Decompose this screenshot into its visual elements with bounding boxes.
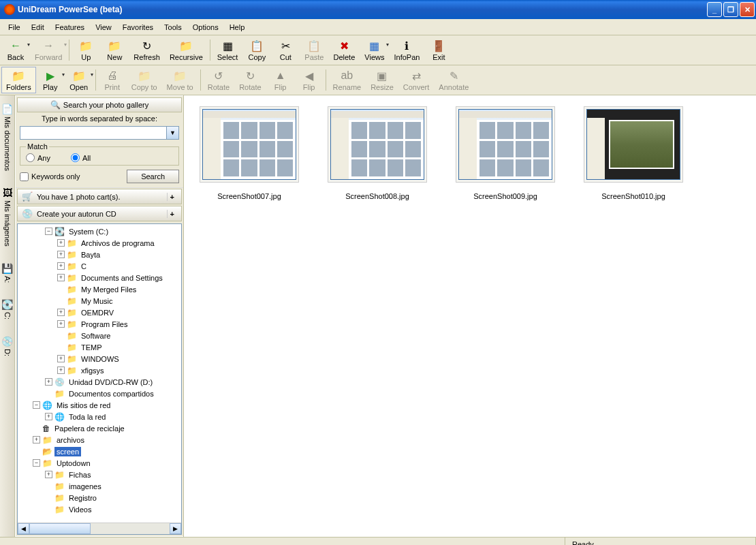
folder-icon: 📁 <box>67 296 77 306</box>
delete-button[interactable]: ✖Delete <box>329 37 360 63</box>
copy-button[interactable]: 📋Copy <box>242 37 271 63</box>
tree-expander[interactable]: + <box>57 355 65 362</box>
tree-node[interactable]: 📁TEMP <box>19 341 180 353</box>
toolbar-label: Rename <box>333 83 362 91</box>
scroll-thumb[interactable] <box>29 523 91 534</box>
tree-expander[interactable]: − <box>33 459 40 467</box>
tree-node[interactable]: +🌐Toda la red <box>19 411 180 422</box>
tree-node[interactable]: +📁archivos <box>19 434 180 446</box>
radio-all[interactable]: All <box>71 153 91 162</box>
tree-node[interactable]: −🌐Mis sitios de red <box>19 399 180 411</box>
tree-node[interactable]: +📁C <box>19 260 180 272</box>
tree-node[interactable]: +📁OEMDRV <box>19 307 180 318</box>
cd-expand-button[interactable]: + <box>167 210 177 218</box>
tree-label: My Merged Files <box>79 285 138 294</box>
tree-expander[interactable]: + <box>57 274 65 281</box>
tree-node[interactable]: +📁Fichas <box>19 469 180 480</box>
close-button[interactable]: ✕ <box>740 2 755 17</box>
tree-node[interactable]: −💽System (C:) <box>19 225 180 237</box>
tree-expander[interactable]: + <box>45 378 52 386</box>
menu-file[interactable]: File <box>3 21 26 33</box>
recursive-button[interactable]: 📁Recursive <box>165 37 208 63</box>
vbar-c-[interactable]: 💽C: <box>0 296 14 322</box>
play-button[interactable]: ▶Play▾ <box>36 67 65 93</box>
tree-node[interactable]: −📁Uptodown <box>19 457 180 469</box>
tree-node[interactable]: 📁Software <box>19 330 180 341</box>
open-button[interactable]: 📁Open▾ <box>65 67 93 93</box>
tree-node[interactable]: +📁Archivos de programa <box>19 237 180 249</box>
radio-any[interactable]: Any <box>26 153 50 162</box>
back-button[interactable]: ←Back▾ <box>1 37 30 63</box>
vbar-mis-im-genes[interactable]: 🖼Mis imágenes <box>1 185 14 249</box>
maximize-button[interactable]: ❐ <box>723 2 738 17</box>
scroll-left-button[interactable]: ◀ <box>18 523 29 534</box>
cart-expand-button[interactable]: + <box>167 193 177 201</box>
flip-button: ▲Flip <box>266 67 295 93</box>
tree-node[interactable]: 📁imagenes <box>19 480 180 492</box>
tree-expander[interactable]: + <box>57 309 65 316</box>
tree-expander[interactable]: + <box>57 320 65 328</box>
thumbnail-item[interactable]: ScreenShot008.jpg <box>323 106 432 200</box>
menu-favorites[interactable]: Favorites <box>117 21 159 33</box>
menu-help[interactable]: Help <box>224 21 251 33</box>
select-button[interactable]: ▦Select <box>212 37 243 63</box>
tree-expander[interactable]: + <box>57 262 65 270</box>
menu-tools[interactable]: Tools <box>159 21 187 33</box>
tree-node[interactable]: 🗑Papelera de reciclaje <box>19 422 180 434</box>
folder-icon: 📁 <box>67 308 77 317</box>
tree-node[interactable]: +📁xfigsys <box>19 364 180 376</box>
menu-features[interactable]: Features <box>50 21 90 33</box>
tree-expander[interactable]: − <box>45 228 52 235</box>
tree-node[interactable]: 📁Videos <box>19 503 180 515</box>
folder-icon: 📁 <box>67 366 77 375</box>
vbar-mis-documentos[interactable]: 📄Mis documentos <box>0 101 14 174</box>
thumbnail-item[interactable]: ScreenShot007.jpg <box>195 106 304 200</box>
search-dropdown-button[interactable]: ▼ <box>167 126 179 140</box>
menu-options[interactable]: Options <box>187 21 224 33</box>
exit-button[interactable]: 🚪Exit <box>424 37 453 63</box>
tree-node[interactable]: +📁Documents and Settings <box>19 272 180 283</box>
vbar-d-[interactable]: 💿D: <box>0 333 14 359</box>
infopan-button[interactable]: ℹInfoPan <box>389 37 424 63</box>
match-fieldset: Match Any All <box>20 142 179 166</box>
tree-node[interactable]: +💿Unidad DVD/CD-RW (D:) <box>19 376 180 388</box>
tree-expander[interactable]: + <box>45 413 52 420</box>
toolbar-label: Convert <box>403 83 430 91</box>
vbar-a-[interactable]: 💾A: <box>0 260 14 285</box>
cut-button[interactable]: ✂Cut <box>271 37 300 63</box>
tree-node[interactable]: 📁Registro <box>19 492 180 503</box>
scroll-right-button[interactable]: ▶ <box>170 523 181 534</box>
menu-edit[interactable]: Edit <box>26 21 50 33</box>
refresh-button[interactable]: ↻Refresh <box>129 37 165 63</box>
photo-cart-banner[interactable]: 🛒 You have 1 photo cart(s). + <box>17 189 182 204</box>
tree-node[interactable]: 📁Documentos compartidos <box>19 388 180 399</box>
menu-view[interactable]: View <box>90 21 117 33</box>
thumbnail-item[interactable]: ScreenShot009.jpg <box>451 106 560 200</box>
new-button[interactable]: 📁New <box>100 37 129 63</box>
tree-node[interactable]: +📁Program Files <box>19 318 180 330</box>
tree-expander[interactable]: + <box>57 251 65 258</box>
tree-expander[interactable]: + <box>57 367 65 374</box>
tree-hscrollbar[interactable]: ◀ ▶ <box>18 523 181 534</box>
tree-expander[interactable]: + <box>45 471 52 478</box>
tree-expander[interactable]: + <box>57 239 65 247</box>
thumbnail-item[interactable]: ScreenShot010.jpg <box>579 106 688 200</box>
views-button[interactable]: ▦Views▾ <box>360 37 389 63</box>
search-button[interactable]: Search <box>127 170 179 183</box>
scroll-track[interactable] <box>29 523 170 534</box>
search-input[interactable] <box>20 126 167 140</box>
exit-icon: 🚪 <box>432 39 445 52</box>
folders-button[interactable]: 📁Folders <box>1 67 36 93</box>
autorun-cd-banner[interactable]: 💿 Create your autorun CD + <box>17 206 182 221</box>
up-button[interactable]: 📁Up <box>72 37 100 63</box>
tree-node[interactable]: 📁My Merged Files <box>19 283 180 295</box>
tree-expander[interactable]: + <box>33 436 40 443</box>
tree-node[interactable]: +📁WINDOWS <box>19 353 180 364</box>
tree-node[interactable]: 📁My Music <box>19 295 180 307</box>
keywords-checkbox[interactable]: Keywords only <box>20 172 80 181</box>
folder-tree[interactable]: −💽System (C:)+📁Archivos de programa+📁Bay… <box>18 224 181 523</box>
minimize-button[interactable]: _ <box>707 2 722 17</box>
tree-expander[interactable]: − <box>33 401 40 409</box>
tree-node[interactable]: 📂screen <box>19 446 180 457</box>
tree-node[interactable]: +📁Bayta <box>19 249 180 260</box>
